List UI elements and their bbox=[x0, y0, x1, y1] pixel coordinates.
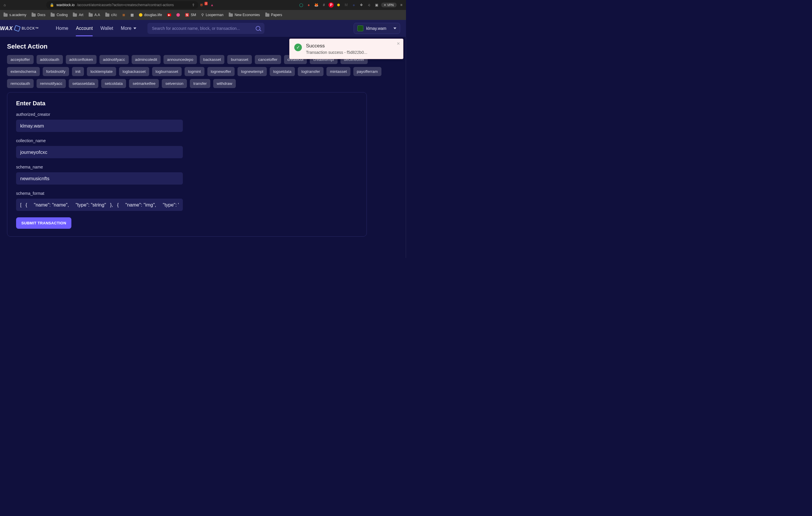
bookmark-item[interactable]: New Economies bbox=[227, 13, 262, 17]
input-schema-name[interactable] bbox=[16, 172, 183, 184]
pinterest-icon[interactable]: P bbox=[328, 2, 334, 8]
bookmark-item[interactable]: ▦ bbox=[129, 13, 136, 17]
nav-link-home[interactable]: Home bbox=[56, 21, 68, 36]
bookmark-item[interactable]: cXc bbox=[104, 13, 119, 17]
label-schema-format: schema_format bbox=[16, 191, 358, 196]
account-dropdown[interactable]: klmay.wam bbox=[354, 23, 400, 34]
action-chip-payofferram[interactable]: payofferram bbox=[353, 67, 381, 76]
action-chip-addnotifyacc[interactable]: addnotifyacc bbox=[99, 55, 129, 64]
ext-icon-layers[interactable]: ⟐ bbox=[351, 2, 356, 8]
action-chip-lognewoffer[interactable]: lognewoffer bbox=[207, 67, 235, 76]
bookmark-item[interactable]: s.academy bbox=[2, 13, 28, 17]
bookmark-item[interactable]: ≣ bbox=[120, 13, 127, 17]
bookmark-item[interactable]: douglas.life bbox=[137, 13, 164, 17]
brave-rewards-icon[interactable]: ▲ bbox=[210, 3, 214, 7]
lock-icon: 🔒 bbox=[50, 3, 54, 7]
home-icon[interactable]: ⌂ bbox=[2, 2, 8, 8]
action-chip-logsetdata[interactable]: logsetdata bbox=[270, 67, 295, 76]
logo-text-wax: WAX bbox=[0, 25, 13, 32]
nav-search[interactable] bbox=[147, 23, 264, 34]
reader-icon[interactable]: ▣ bbox=[374, 2, 379, 8]
action-chip-withdraw[interactable]: withdraw bbox=[213, 79, 236, 88]
ext-icon-1[interactable]: ◯ bbox=[298, 2, 304, 8]
action-chip-setcoldata[interactable]: setcoldata bbox=[101, 79, 126, 88]
bookmark-label: cXc bbox=[111, 13, 117, 17]
action-chip-lognewtempl[interactable]: lognewtempl bbox=[237, 67, 267, 76]
extensions-icon[interactable]: ❖ bbox=[358, 2, 364, 8]
browser-chrome: ⌂ 🔒 waxblock.io/account/atomicassets?act… bbox=[0, 0, 406, 20]
action-chip-mintasset[interactable]: mintasset bbox=[326, 67, 350, 76]
site-logo[interactable]: WAX BLOCK™ bbox=[0, 25, 39, 32]
search-icon[interactable] bbox=[256, 26, 260, 31]
ext-icon-hash[interactable]: # bbox=[321, 2, 327, 8]
brave-shield-icon[interactable]: ⛨ bbox=[200, 3, 204, 7]
nav-link-wallet[interactable]: Wallet bbox=[100, 21, 113, 36]
action-chip-addcolauth[interactable]: addcolauth bbox=[36, 55, 63, 64]
nav-link-account[interactable]: Account bbox=[76, 21, 93, 36]
action-chip-setversion[interactable]: setversion bbox=[162, 79, 187, 88]
page-content: Select Action acceptofferaddcolauthaddco… bbox=[0, 37, 406, 258]
action-chip-remnotifyacc[interactable]: remnotifyacc bbox=[36, 79, 66, 88]
bookmark-item[interactable]: SSM bbox=[183, 13, 198, 17]
bookmark-label: SM bbox=[191, 13, 196, 17]
vpn-button[interactable]: VPN bbox=[381, 3, 397, 7]
toast-close-icon[interactable]: ✕ bbox=[397, 41, 400, 46]
action-chip-logtransfer[interactable]: logtransfer bbox=[298, 67, 323, 76]
bookmark-item[interactable]: Docs bbox=[30, 13, 47, 17]
action-chip-admincoledit[interactable]: admincoledit bbox=[132, 55, 161, 64]
enter-data-title: Enter Data bbox=[16, 100, 358, 107]
action-chip-acceptoffer[interactable]: acceptoffer bbox=[7, 55, 34, 64]
media-icon[interactable]: ♫ bbox=[366, 2, 372, 8]
action-chip-announcedepo[interactable]: announcedepo bbox=[164, 55, 197, 64]
action-chip-logmint[interactable]: logmint bbox=[184, 67, 204, 76]
field-collection-name: collection_name bbox=[16, 138, 358, 158]
ext-icon-2[interactable]: ♠ bbox=[306, 2, 312, 8]
bookmark-icon: ≣ bbox=[122, 13, 125, 17]
bookmark-icon bbox=[139, 13, 142, 17]
bookmark-item[interactable]: ⚲Looperman bbox=[200, 13, 225, 17]
bookmark-icon bbox=[89, 13, 93, 17]
label-authorized-creator: authorized_creator bbox=[16, 112, 358, 117]
input-collection-name[interactable] bbox=[16, 146, 183, 158]
input-schema-format[interactable] bbox=[16, 199, 183, 211]
browser-toolbar: ⌂ 🔒 waxblock.io/account/atomicassets?act… bbox=[0, 0, 406, 10]
action-chips: acceptofferaddcolauthaddconftokenaddnoti… bbox=[7, 55, 399, 88]
submit-transaction-button[interactable]: SUBMIT TRANSACTION bbox=[16, 217, 71, 229]
toast-success: ✓ Success Transaction success - f5d822b0… bbox=[289, 38, 403, 59]
action-chip-locktemplate[interactable]: locktemplate bbox=[87, 67, 116, 76]
input-authorized-creator[interactable] bbox=[16, 120, 183, 132]
metamask-icon[interactable]: 🦊 bbox=[313, 2, 319, 8]
bookmark-icon bbox=[51, 13, 55, 17]
url-bar[interactable]: 🔒 waxblock.io/account/atomicassets?actio… bbox=[46, 1, 198, 9]
action-chip-addconftoken[interactable]: addconftoken bbox=[66, 55, 96, 64]
bookmark-label: Docs bbox=[37, 13, 45, 17]
bookmark-item[interactable]: Art bbox=[71, 13, 85, 17]
share-icon[interactable]: ⇪ bbox=[192, 3, 195, 7]
bookmark-item[interactable]: ▶ bbox=[166, 13, 173, 17]
ext-icon-hex[interactable]: ⬢ bbox=[336, 2, 341, 8]
action-chip-init[interactable]: init bbox=[72, 67, 84, 76]
search-input[interactable] bbox=[151, 26, 256, 31]
action-chip-burnasset[interactable]: burnasset bbox=[227, 55, 252, 64]
hamburger-icon[interactable]: ≡ bbox=[398, 2, 404, 8]
bookmark-label: New Economies bbox=[235, 13, 260, 17]
action-chip-canceloffer[interactable]: canceloffer bbox=[255, 55, 281, 64]
action-chip-setmarketfee[interactable]: setmarketfee bbox=[129, 79, 159, 88]
chevron-down-icon bbox=[134, 28, 136, 29]
bookmark-item[interactable]: Coding bbox=[49, 13, 69, 17]
bookmark-label: s.academy bbox=[9, 13, 26, 17]
action-chip-logburnasset[interactable]: logburnasset bbox=[152, 67, 182, 76]
bookmark-item[interactable]: A.A bbox=[87, 13, 102, 17]
action-chip-extendschema[interactable]: extendschema bbox=[7, 67, 40, 76]
ext-icon-m[interactable]: M bbox=[343, 2, 349, 8]
action-chip-backasset[interactable]: backasset bbox=[200, 55, 225, 64]
nav-link-more[interactable]: More bbox=[121, 21, 136, 36]
bookmark-item[interactable] bbox=[175, 13, 182, 17]
bookmark-item[interactable]: Papers bbox=[264, 13, 284, 17]
action-chip-transfer[interactable]: transfer bbox=[190, 79, 210, 88]
action-chip-logbackasset[interactable]: logbackasset bbox=[119, 67, 149, 76]
action-chip-forbidnotify[interactable]: forbidnotify bbox=[43, 67, 69, 76]
bookmark-icon bbox=[105, 13, 109, 17]
action-chip-remcolauth[interactable]: remcolauth bbox=[7, 79, 34, 88]
action-chip-setassetdata[interactable]: setassetdata bbox=[69, 79, 98, 88]
